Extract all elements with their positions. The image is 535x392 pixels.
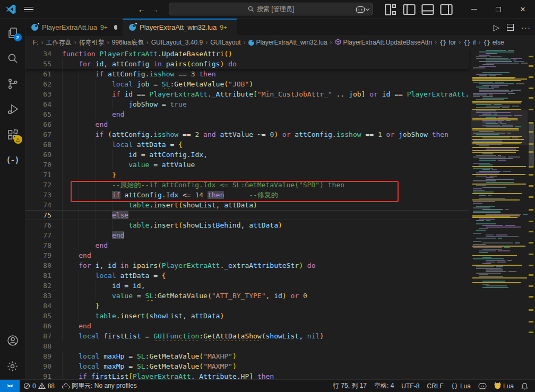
code-line[interactable]: 91if firstList[PlayerExtraAtt._Attribute…: [25, 371, 469, 379]
eol-setting[interactable]: CRLF: [423, 380, 447, 392]
code-line[interactable]: 61if attConfig.isshow == 3 then: [25, 69, 469, 79]
breadcrumb-item[interactable]: 传奇引擎: [79, 38, 105, 47]
breadcrumb-item[interactable]: {}for: [439, 39, 456, 46]
breadcrumb-item[interactable]: {}else: [484, 39, 504, 46]
navigate-back-icon[interactable]: ←: [136, 4, 148, 15]
maximize-button[interactable]: [486, 0, 511, 19]
customize-layout-icon[interactable]: [384, 3, 398, 16]
code-line[interactable]: 55for id, attConfig in pairs(configs) do: [25, 59, 469, 69]
tab-modified-dot[interactable]: [114, 25, 117, 30]
search-view-icon[interactable]: [4, 49, 22, 67]
scrollbar-thumb[interactable]: [529, 123, 534, 167]
breadcrumb-item[interactable]: 工作存盘: [46, 38, 72, 47]
breadcrumb-item[interactable]: F:: [33, 39, 39, 46]
breadcrumb-item[interactable]: GUILayout: [210, 39, 240, 46]
braces-icon: {}: [463, 39, 470, 46]
code-line[interactable]: 71}: [25, 170, 469, 180]
code-line[interactable]: 74table.insert(showList, attData): [25, 200, 469, 210]
explorer-icon[interactable]: 2: [4, 24, 22, 42]
explorer-badge: 2: [14, 33, 22, 41]
run-file-icon[interactable]: ▷: [493, 23, 499, 32]
accounts-icon[interactable]: [4, 332, 22, 350]
breadcrumb-label: PlayerExtraAtt.UpdateBaseAttri: [343, 39, 432, 46]
tab-label: PlayerExtraAtt_win32.lua: [140, 23, 217, 31]
tab-playerextraatt-win32-lua[interactable]: PlayerExtraAtt_win32.lua 9+: [123, 19, 237, 36]
code-line[interactable]: 62local job = SL:GetMetaValue("JOB"): [25, 79, 469, 89]
copilot-icon: [356, 6, 365, 13]
code-line[interactable]: 72--原始的--if attConfig.Idx <= SL:GetMetaV…: [25, 180, 469, 190]
code-line[interactable]: 69id = attConfig.Idx,: [25, 150, 469, 160]
code-line[interactable]: 65end: [25, 109, 469, 119]
copilot-menu[interactable]: [356, 6, 370, 13]
code-line[interactable]: 81local attData = {: [25, 271, 469, 281]
breadcrumb-separator: ›: [205, 39, 208, 46]
code-line[interactable]: 64jobShow = true: [25, 99, 469, 109]
code-line[interactable]: 88: [25, 341, 469, 351]
settings-gear-icon[interactable]: [4, 357, 22, 375]
code-line[interactable]: 86end: [25, 321, 469, 331]
line-number: 80: [25, 260, 51, 271]
braces-icon: {}: [439, 39, 446, 46]
tab-playerextraatt-lua[interactable]: PlayerExtraAtt.lua 9+: [25, 19, 123, 36]
code-line[interactable]: 79end: [25, 250, 469, 260]
editor[interactable]: 61if attConfig.isshow == 3 then62local j…: [25, 49, 535, 379]
menu-icon[interactable]: [24, 7, 33, 12]
warning-count: 88: [48, 382, 55, 390]
more-actions-icon[interactable]: ···: [521, 23, 531, 32]
code-line[interactable]: 76table.insert(showListBehind, attData): [25, 220, 469, 230]
extensions-icon[interactable]: ⚠: [4, 126, 22, 144]
code-line[interactable]: 85table.insert(showList, attData): [25, 311, 469, 321]
lua-extension-status[interactable]: Lua: [490, 380, 517, 392]
code-line[interactable]: 90local maxMp = SL:GetMetaValue("MAXMP"): [25, 361, 469, 371]
code-line[interactable]: 83value = SL:GetMetaValue("ATT_BY_TYPE",…: [25, 291, 469, 301]
code-line[interactable]: 77end: [25, 230, 469, 240]
breadcrumb-item[interactable]: 996lua底包: [112, 38, 144, 47]
line-number: 75: [25, 210, 51, 220]
code-line[interactable]: 66end: [25, 119, 469, 129]
code-line[interactable]: 75else: [25, 210, 469, 220]
code-line[interactable]: 68local attData = {: [25, 140, 469, 150]
close-button[interactable]: ×: [511, 0, 535, 19]
indentation-setting[interactable]: 空格: 4: [370, 380, 398, 392]
encoding-setting[interactable]: UTF-8: [398, 380, 423, 392]
code-line[interactable]: 84}: [25, 301, 469, 311]
command-center-search[interactable]: 搜索 [管理员]: [169, 3, 373, 15]
code-line[interactable]: 70value = attValue: [25, 160, 469, 170]
split-editor-icon[interactable]: [507, 24, 514, 31]
lua-brackets-view-icon[interactable]: (-): [4, 151, 22, 169]
code-line[interactable]: 63if id == PlayerExtraAtt._Attribute["Mi…: [25, 89, 469, 99]
code-line[interactable]: 67if (attConfig.isshow == 2 and attValue…: [25, 129, 469, 140]
navigate-forward-icon[interactable]: →: [149, 4, 161, 15]
remote-indicator[interactable]: ><: [0, 380, 20, 392]
code-line[interactable]: 89local maxHp = SL:GetMetaValue("MAXHP"): [25, 351, 469, 361]
code-line[interactable]: 82id = id,: [25, 281, 469, 291]
code-line[interactable]: 80for i, id in ipairs(PlayerExtraAtt._ex…: [25, 260, 469, 271]
breadcrumb-item[interactable]: {}if: [463, 39, 476, 46]
breadcrumb-separator: ›: [244, 39, 246, 46]
code-line[interactable]: 73if attConfig.Idx <= 14 then --修复的: [25, 190, 469, 200]
copilot-status[interactable]: [474, 380, 490, 392]
problems-indicator[interactable]: 0 88: [20, 380, 58, 392]
line-number: 73: [25, 190, 51, 200]
toggle-panel-icon[interactable]: [421, 3, 435, 16]
minimize-button[interactable]: [462, 0, 486, 19]
code-line[interactable]: 87local firstList = GUIFunction:GetAttDa…: [25, 331, 469, 341]
toggle-primary-sidebar-icon[interactable]: [402, 3, 416, 16]
chevron-down-icon: [365, 7, 370, 11]
minimap[interactable]: [471, 49, 528, 379]
breadcrumb-item[interactable]: PlayerExtraAtt.UpdateBaseAttri: [335, 39, 432, 47]
run-debug-icon[interactable]: [4, 100, 22, 118]
cloud-profile-item[interactable]: 阿里云: No any profiles: [58, 380, 141, 392]
code-line[interactable]: 78end: [25, 240, 469, 250]
toggle-secondary-sidebar-icon[interactable]: [439, 3, 453, 16]
notifications-bell[interactable]: [517, 380, 532, 392]
code-line[interactable]: 34function PlayerExtraAtt.UpdateBaseAttr…: [25, 49, 469, 59]
cursor-position[interactable]: 行 75, 列 17: [329, 380, 370, 392]
line-number: 83: [25, 291, 51, 301]
breadcrumb-item[interactable]: GUILayout_3.40.9: [151, 39, 203, 46]
language-mode[interactable]: {} Lua: [447, 380, 474, 392]
error-icon: [23, 382, 30, 389]
lua-file-icon: [248, 40, 254, 46]
breadcrumb-item[interactable]: PlayerExtraAtt_win32.lua: [248, 39, 327, 46]
source-control-icon[interactable]: [4, 75, 22, 93]
